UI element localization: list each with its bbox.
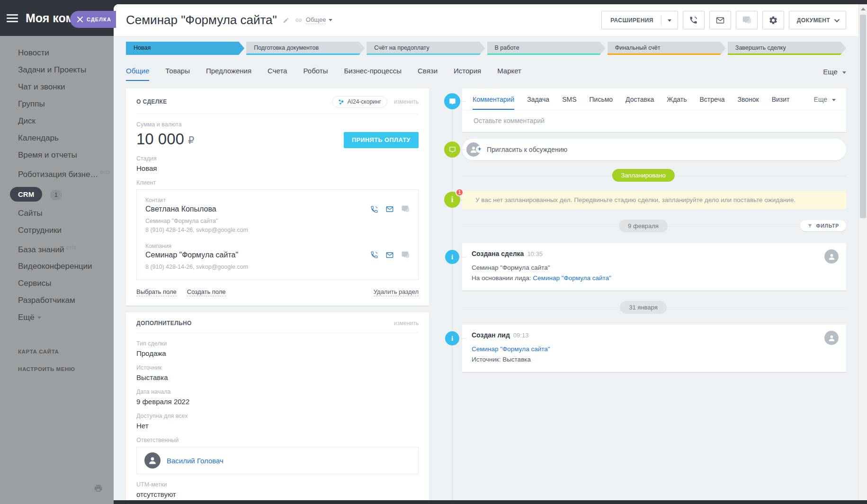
compose-tab-call[interactable]: Звонок [737, 96, 759, 110]
stage-in-progress[interactable]: В работе [487, 42, 606, 55]
contact-name[interactable]: Светлана Копылова [145, 205, 216, 213]
contact-call-icon[interactable] [370, 205, 378, 213]
sidebar-item-tasks[interactable]: Задачи и Проекты [18, 65, 114, 74]
sidebar-item-time-reports[interactable]: Время и отчеты [18, 150, 114, 159]
settings-gear-button[interactable] [762, 11, 784, 29]
sidebar-item-employees[interactable]: Сотрудники [18, 226, 114, 235]
stage-new[interactable]: Новая [126, 42, 244, 55]
tab-general[interactable]: Общие [126, 67, 149, 81]
invite-label: Пригласить к обсуждению [487, 146, 567, 153]
company-chat-icon[interactable] [401, 251, 410, 259]
ai-scoring-badge[interactable]: AI24-скоринг [332, 96, 387, 107]
utm-value[interactable]: отсутствуют [136, 490, 419, 498]
stage-close-deal[interactable]: Завершить сделку [728, 42, 846, 55]
tab-business-processes[interactable]: Бизнес-процессы [344, 67, 402, 81]
edit-about-deal-link[interactable]: изменить [394, 98, 419, 105]
deal-amount[interactable]: 10 000 [136, 130, 184, 148]
sitemap-link[interactable]: КАРТА САЙТА [18, 349, 114, 354]
scrollbar-thumb[interactable] [860, 15, 866, 218]
sidebar-item-news[interactable]: Новости [18, 48, 114, 57]
tab-invoices[interactable]: Счета [268, 67, 287, 81]
menu-hamburger-icon[interactable] [7, 12, 18, 24]
sidebar-item-more[interactable]: Ещё [18, 313, 114, 322]
sidebar-item-knowledge-base[interactable]: База знанийbeta [18, 243, 114, 254]
filter-button[interactable]: ФИЛЬТР [800, 220, 846, 231]
tab-history[interactable]: История [454, 67, 481, 81]
discussion-bubble-icon [444, 141, 460, 158]
scroll-up-arrow[interactable] [861, 8, 866, 10]
lead-link[interactable]: Семинар "Формула сайта" [472, 345, 550, 353]
email-button[interactable] [709, 11, 731, 29]
tab-relations[interactable]: Связи [418, 67, 438, 81]
compose-tab-wait[interactable]: Ждать [667, 96, 687, 110]
link-icon[interactable] [295, 17, 302, 24]
extensions-button[interactable]: РАСШИРЕНИЯ [601, 11, 678, 29]
select-field-link[interactable]: Выбрать поле [136, 288, 177, 296]
sidebar-item-disk[interactable]: Диск [18, 116, 114, 125]
compose-tab-sms[interactable]: SMS [562, 96, 576, 110]
sidebar-item-services[interactable]: Сервисы [18, 279, 114, 288]
planned-separator: Запланировано [440, 169, 846, 182]
sidebar-item-chat[interactable]: Чат и звонки [18, 82, 114, 91]
timeline-entry-card[interactable]: Создан лид09:13 Семинар "Формула сайта" … [462, 325, 846, 372]
invite-to-discussion[interactable]: + Пригласить к обсуждению [462, 139, 846, 160]
client-box: Контакт Светлана Копылова Семина [136, 189, 419, 280]
entry-author-avatar[interactable] [824, 249, 839, 264]
sidebar-item-rpa[interactable]: Роботизация бизне…beta [18, 168, 114, 179]
tab-market[interactable]: Маркет [497, 67, 521, 81]
deal-type-value[interactable]: Продажа [136, 349, 419, 357]
printer-icon[interactable] [94, 484, 103, 495]
slider-deal-tag[interactable]: СДЕЛКА [70, 11, 116, 28]
compose-tab-email[interactable]: Письмо [590, 96, 613, 110]
stage-preparation[interactable]: Подготовка документов [246, 42, 365, 55]
source-value[interactable]: Выставка [136, 373, 419, 381]
stage-prepayment-invoice[interactable]: Счёт на предоплату [366, 42, 485, 55]
vertical-scrollbar[interactable] [858, 4, 867, 500]
sidebar-item-video-conf[interactable]: Видеоконференции [18, 262, 114, 271]
company-entity: Компания Семинар "Формула сайта" [145, 243, 410, 272]
tab-products[interactable]: Товары [165, 67, 190, 81]
sidebar-item-groups[interactable]: Группы [18, 99, 114, 108]
tab-robots[interactable]: Роботы [303, 67, 328, 81]
lead-link[interactable]: Семинар "Формула сайта" [533, 274, 611, 282]
edit-additional-link[interactable]: изменить [394, 320, 419, 327]
compose-tab-delivery[interactable]: Доставка [626, 96, 654, 110]
tabs-more-button[interactable]: Еще [823, 68, 846, 81]
timeline-entry-card[interactable]: Создана сделка10:35 Семинар "Формула сай… [462, 243, 846, 291]
stage-field-value[interactable]: Новая [136, 164, 419, 172]
delete-section-link[interactable]: Удалить раздел [374, 288, 419, 296]
compose-tab-task[interactable]: Задача [527, 96, 549, 110]
contact-chat-icon[interactable] [401, 205, 410, 213]
compose-tab-visit[interactable]: Визит [772, 96, 790, 110]
close-icon[interactable] [77, 17, 83, 22]
compose-tabs-more-button[interactable]: Еще [814, 96, 836, 110]
tab-quotes[interactable]: Предложения [206, 67, 251, 81]
sidebar-item-crm[interactable]: CRM 1 [18, 187, 114, 202]
sidebar-item-sites[interactable]: Сайты [18, 209, 114, 218]
stage-final-invoice[interactable]: Финальный счёт [608, 42, 726, 55]
configure-menu-link[interactable]: НАСТРОИТЬ МЕНЮ [18, 366, 114, 372]
compose-tab-comment[interactable]: Комментарий [473, 96, 514, 110]
sidebar-item-developers[interactable]: Разработчикам [18, 296, 114, 305]
responsible-name-link[interactable]: Василий Головач [167, 457, 223, 465]
company-call-icon[interactable] [370, 251, 378, 259]
entry-author-avatar[interactable] [824, 331, 839, 345]
beta-label: beta [100, 169, 110, 175]
entry-time: 09:13 [513, 332, 529, 339]
chat-button[interactable] [736, 11, 758, 29]
start-date-value[interactable]: 9 февраля 2022 [136, 398, 419, 406]
company-name[interactable]: Семинар "Формула сайта" [145, 251, 238, 259]
document-button[interactable]: ДОКУМЕНТ [789, 11, 846, 29]
create-field-link[interactable]: Создать поле [187, 288, 226, 296]
call-button[interactable] [683, 11, 705, 29]
contact-email-icon[interactable] [385, 205, 394, 213]
compose-tab-meeting[interactable]: Встреча [700, 96, 725, 110]
edit-title-icon[interactable] [283, 17, 289, 24]
scope-selector[interactable]: Общее [306, 16, 326, 24]
available-to-all-value[interactable]: Нет [136, 422, 419, 430]
sidebar-item-calendar[interactable]: Календарь [18, 133, 114, 142]
company-email-icon[interactable] [385, 251, 394, 259]
comment-input[interactable] [473, 116, 836, 125]
responsible-avatar[interactable] [144, 452, 161, 469]
accept-payment-button[interactable]: ПРИНЯТЬ ОПЛАТУ [344, 132, 419, 148]
